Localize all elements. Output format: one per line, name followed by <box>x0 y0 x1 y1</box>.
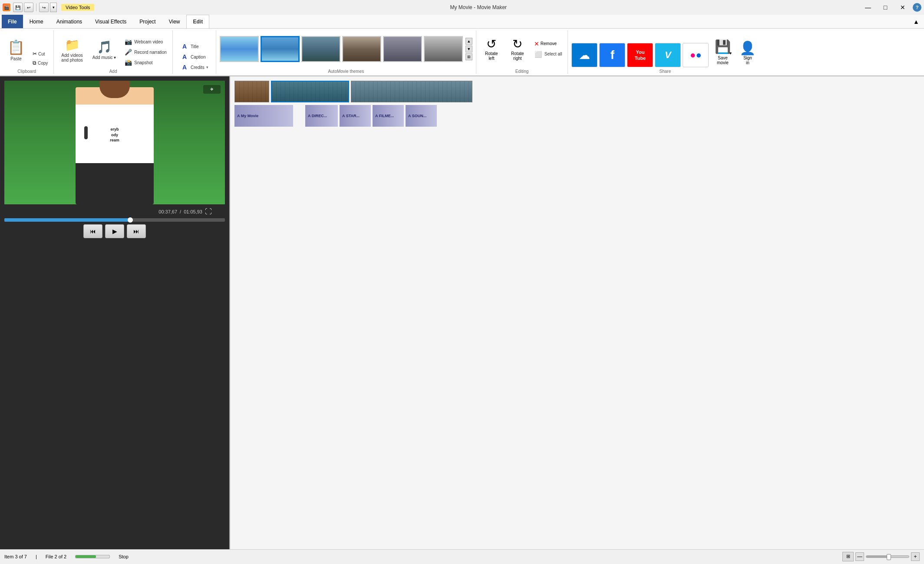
theme-gray[interactable] <box>424 36 463 62</box>
flickr-button[interactable]: ●● <box>683 43 709 67</box>
title-clip-my-movie[interactable]: A My Movie <box>234 105 293 127</box>
title-clip-label-filmed: A FILME... <box>375 114 394 118</box>
video-preview: erybodyream ✈ <box>4 81 225 204</box>
copy-button[interactable]: ⧉ Copy <box>30 59 50 67</box>
remove-label: Remove <box>541 41 557 46</box>
tab-animations[interactable]: Animations <box>50 15 89 28</box>
title-clip-label-my-movie: A My Movie <box>237 114 258 118</box>
rotate-right-icon: ↻ <box>512 37 522 51</box>
add-videos-label: Add videosand photos <box>61 53 83 62</box>
theme-cliff[interactable] <box>342 36 381 62</box>
vimeo-button[interactable]: V <box>655 43 681 67</box>
add-videos-button[interactable]: 📁 Add videosand photos <box>57 33 87 67</box>
tab-view[interactable]: View <box>162 15 187 28</box>
tab-file[interactable]: File <box>2 15 23 28</box>
fullscreen-button[interactable]: ⛶ <box>205 208 212 216</box>
watermark: ✈ <box>203 85 221 94</box>
timeline-clip-1[interactable] <box>234 81 269 102</box>
theme-ocean[interactable] <box>261 36 300 62</box>
snapshot-button[interactable]: 📸 Snapshot <box>122 58 168 67</box>
webcam-label: Webcam video <box>134 39 163 44</box>
next-frame-button[interactable]: ⏭ <box>127 224 146 238</box>
themes-scroll-down[interactable]: ▼ <box>465 46 472 52</box>
rotate-left-button[interactable]: ↺ Rotateleft <box>480 32 503 66</box>
zoom-in-button[interactable]: + <box>911 552 920 561</box>
title-clip-starring[interactable]: A STAR... <box>340 105 371 127</box>
timeline-clip-2-selected[interactable] <box>271 81 349 102</box>
flickr-icon: ●● <box>690 49 702 61</box>
title-clip-label-starring: A STAR... <box>342 114 360 118</box>
credits-label: Credits <box>191 65 205 70</box>
video-tools-label: Video Tools <box>61 4 94 11</box>
redo-button[interactable]: ↪ <box>39 3 49 12</box>
text-actions: A Title A Caption A Credits ▾ <box>178 42 211 72</box>
ribbon: 📋 Paste ✂ Cut ⧉ Copy Clipboard 📁 Add vid… <box>0 29 924 76</box>
save-button[interactable]: 💾 <box>13 3 23 12</box>
prev-frame-button[interactable]: ⏮ <box>83 224 102 238</box>
title-clip-sound[interactable]: A SOUN... <box>406 105 437 127</box>
zoom-slider-thumb[interactable] <box>887 554 891 560</box>
webcam-button[interactable]: 📷 Webcam video <box>122 37 168 46</box>
save-movie-dropdown-icon: ▾ <box>729 51 732 56</box>
zoom-slider[interactable] <box>866 555 909 558</box>
window-title: My Movie - Movie Maker <box>97 4 860 10</box>
qs-dropdown[interactable]: ▾ <box>50 3 57 12</box>
close-button[interactable]: ✕ <box>894 1 911 13</box>
progress-bar[interactable] <box>4 218 225 222</box>
select-all-button[interactable]: ⬜ Select all <box>532 49 564 59</box>
storyboard-view-button[interactable]: ⊞ <box>842 552 854 561</box>
tab-home[interactable]: Home <box>23 15 50 28</box>
tab-visual-effects[interactable]: Visual Effects <box>89 15 133 28</box>
play-button[interactable]: ▶ <box>105 224 124 238</box>
title-clip-director[interactable]: A DIREC... <box>305 105 338 127</box>
theme-sky[interactable] <box>220 36 259 62</box>
rotate-right-button[interactable]: ↻ Rotateright <box>506 32 529 66</box>
help-button[interactable]: ? <box>913 3 921 12</box>
stop-button[interactable]: Stop <box>119 554 129 559</box>
add-music-button[interactable]: 🎵 Add music ▾ <box>89 33 120 67</box>
zoom-out-button[interactable]: — <box>855 552 864 561</box>
paste-button[interactable]: 📋 Paste <box>3 33 29 67</box>
sign-in-button[interactable]: 👤 Signin <box>736 38 759 67</box>
maximize-button[interactable]: □ <box>877 1 894 13</box>
themes-scroll-up[interactable]: ▲ <box>465 38 472 45</box>
minimize-button[interactable]: — <box>860 1 876 13</box>
item-info: Item 3 of 7 <box>4 554 27 559</box>
remove-button[interactable]: ✕ Remove <box>532 39 564 49</box>
copy-icon: ⧉ <box>33 60 36 66</box>
caption-button[interactable]: A Caption <box>178 52 211 62</box>
timeline-clip-3[interactable] <box>351 81 472 102</box>
theme-sunset[interactable] <box>383 36 422 62</box>
rotate-left-label: Rotateleft <box>485 51 498 61</box>
ribbon-collapse-button[interactable]: ▲ <box>910 16 922 27</box>
text-group: A Title A Caption A Credits ▾ <box>173 30 216 74</box>
tab-edit[interactable]: Edit <box>186 15 209 28</box>
file-progress <box>75 555 110 558</box>
title-label: Title <box>191 44 199 49</box>
progress-handle[interactable] <box>128 217 133 223</box>
save-movie-button[interactable]: 💾 ▾ Savemovie <box>710 35 735 67</box>
title-button[interactable]: A Title <box>178 42 211 51</box>
credits-button[interactable]: A Credits ▾ <box>178 62 211 72</box>
clipboard-group: 📋 Paste ✂ Cut ⧉ Copy Clipboard <box>0 30 54 74</box>
zoom-slider-fill <box>866 556 888 557</box>
snapshot-label: Snapshot <box>134 60 152 65</box>
caption-icon: A <box>180 53 189 60</box>
tab-project[interactable]: Project <box>133 15 162 28</box>
facebook-button[interactable]: f <box>599 43 625 67</box>
caption-label: Caption <box>191 55 205 59</box>
cut-button[interactable]: ✂ Cut <box>30 49 50 58</box>
clipboard-label: Clipboard <box>17 69 36 74</box>
onedrive-button[interactable]: ☁ <box>571 43 597 67</box>
select-all-label: Select all <box>544 52 562 56</box>
youtube-button[interactable]: YouTube <box>627 43 653 67</box>
text-content: A Title A Caption A Credits ▾ <box>178 30 211 72</box>
window-controls: — □ ✕ <box>860 1 911 13</box>
record-narration-label: Record narration <box>134 50 166 55</box>
record-narration-button[interactable]: 🎤 Record narration <box>122 47 168 57</box>
editing-label: Editing <box>515 69 529 74</box>
themes-more[interactable]: ⊞ <box>465 53 472 60</box>
undo-button[interactable]: ↩ <box>24 3 33 12</box>
theme-mountain[interactable] <box>301 36 340 62</box>
title-clip-filmed[interactable]: A FILME... <box>373 105 404 127</box>
